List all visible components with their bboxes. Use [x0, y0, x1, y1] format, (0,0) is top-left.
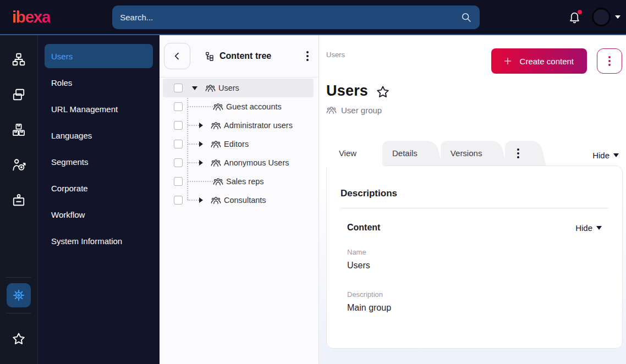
- main-content: Users Create content Users User grou: [319, 35, 626, 364]
- sidebar-item-workflow[interactable]: Workflow: [45, 202, 153, 227]
- content-tree-header: Content tree: [160, 35, 319, 77]
- sidebar-item-label: System Information: [51, 236, 122, 246]
- tree-item-users[interactable]: Users: [163, 79, 314, 97]
- primary-icon-rail: [0, 35, 38, 364]
- expand-caret-icon[interactable]: [199, 141, 203, 147]
- tab-bar: View Details Versions Hide: [326, 141, 622, 166]
- personalization-icon[interactable]: [1, 147, 36, 183]
- tree-item-consultants[interactable]: Consultants: [160, 191, 319, 209]
- field-value-name: Users: [341, 261, 608, 271]
- chevron-down-icon: [596, 226, 602, 230]
- sidebar-item-roles[interactable]: Roles: [45, 70, 153, 95]
- user-group-icon: [211, 158, 221, 168]
- kebab-icon: [515, 146, 521, 161]
- tree-connector: [188, 162, 199, 163]
- content-structure-icon[interactable]: [1, 42, 36, 77]
- tree-connector: [188, 125, 199, 126]
- sidebar-item-segments[interactable]: Segments: [45, 150, 153, 174]
- tree-item-label[interactable]: Guest accounts: [226, 102, 282, 111]
- bookmark-star-icon[interactable]: [376, 85, 390, 99]
- collapse-caret-icon[interactable]: [192, 86, 197, 90]
- content-tree-panel: Content tree Users Guest acc: [160, 35, 319, 364]
- hide-sections-toggle[interactable]: Hide: [592, 151, 619, 166]
- hide-label: Hide: [575, 223, 592, 233]
- tree-checkbox[interactable]: [174, 102, 183, 111]
- expand-caret-icon[interactable]: [199, 123, 203, 128]
- descriptions-heading: Descriptions: [341, 188, 608, 199]
- user-group-icon: [211, 120, 221, 131]
- field-label-name: Name: [341, 248, 608, 256]
- sidebar-item-label: Segments: [51, 157, 89, 167]
- tree-item-guest-accounts[interactable]: Guest accounts: [160, 97, 319, 116]
- pages-icon[interactable]: [1, 77, 36, 112]
- tree-item-administrator-users[interactable]: Administrator users: [160, 116, 319, 135]
- sidebar-item-users[interactable]: Users: [45, 44, 153, 68]
- settings-gear-icon[interactable]: [7, 283, 31, 307]
- tab-details[interactable]: Details: [382, 141, 437, 166]
- bookmarks-star-icon[interactable]: [1, 321, 36, 356]
- app-window: ibexa: [0, 0, 626, 364]
- sidebar-item-corporate[interactable]: Corporate: [45, 176, 153, 200]
- tree-item-anonymous-users[interactable]: Anonymous Users: [160, 153, 319, 172]
- collapse-tree-button[interactable]: [164, 43, 190, 69]
- tree-item-editors[interactable]: Editors: [160, 135, 319, 153]
- tab-versions[interactable]: Versions: [441, 141, 502, 166]
- notifications-bell-icon[interactable]: [568, 11, 581, 24]
- search-icon[interactable]: [460, 12, 472, 23]
- user-avatar[interactable]: [592, 8, 611, 26]
- expand-caret-icon[interactable]: [199, 160, 203, 166]
- content-tree-icon: [205, 51, 215, 62]
- notification-badge: [578, 10, 582, 14]
- tree-connector: [188, 144, 199, 145]
- content-group-heading: Content: [347, 223, 380, 233]
- tree-options-kebab-icon[interactable]: [304, 49, 311, 63]
- create-content-label: Create content: [520, 57, 574, 66]
- user-group-icon: [213, 177, 223, 187]
- field-label-description: Description: [341, 290, 608, 299]
- content-tree-body: Users Guest accounts Administrator users: [160, 78, 319, 209]
- sidebar-item-label: Roles: [51, 78, 72, 87]
- sidebar-item-system-information[interactable]: System Information: [45, 229, 153, 253]
- tab-label: Versions: [451, 148, 482, 158]
- search-input[interactable]: [112, 5, 480, 29]
- breadcrumb[interactable]: Users: [326, 51, 345, 59]
- tree-item-sales-reps[interactable]: Sales reps: [160, 172, 319, 191]
- expand-caret-icon[interactable]: [199, 197, 203, 203]
- admin-badge-icon[interactable]: [1, 183, 36, 218]
- sidebar-item-label: Languages: [51, 131, 92, 140]
- section-divider: [341, 208, 608, 208]
- tab-view[interactable]: View: [326, 141, 379, 166]
- user-group-icon: [213, 102, 223, 112]
- tab-label: View: [339, 148, 356, 158]
- products-icon[interactable]: [1, 112, 36, 147]
- tree-item-label[interactable]: Consultants: [224, 196, 266, 205]
- sidebar-item-label: Users: [51, 52, 73, 61]
- tab-more-kebab[interactable]: [505, 141, 541, 166]
- page-options-kebab-button[interactable]: [597, 48, 622, 74]
- sidebar-item-url-management[interactable]: URL Management: [45, 97, 153, 121]
- hide-content-toggle[interactable]: Hide: [575, 223, 602, 233]
- tree-item-label[interactable]: Editors: [224, 140, 249, 148]
- tab-label: Details: [392, 148, 418, 158]
- tree-checkbox[interactable]: [174, 158, 183, 167]
- tree-item-label[interactable]: Users: [218, 84, 239, 92]
- user-menu-chevron-down-icon[interactable]: [615, 15, 620, 19]
- tree-checkbox[interactable]: [174, 140, 183, 148]
- tree-item-label[interactable]: Administrator users: [224, 121, 293, 130]
- tree-item-label[interactable]: Anonymous Users: [224, 158, 289, 167]
- sidebar-item-label: Workflow: [51, 210, 85, 219]
- create-content-button[interactable]: Create content: [491, 48, 587, 74]
- hide-label: Hide: [592, 151, 609, 160]
- plus-icon: [502, 56, 513, 67]
- view-tab-panel: Descriptions Content Hide Name Users Des…: [326, 166, 623, 349]
- tree-checkbox[interactable]: [174, 121, 183, 130]
- user-group-icon: [211, 195, 221, 206]
- tree-checkbox[interactable]: [174, 84, 183, 92]
- sidebar-item-languages[interactable]: Languages: [45, 123, 153, 147]
- chevron-down-icon: [613, 153, 619, 157]
- tree-checkbox[interactable]: [174, 196, 183, 205]
- ibexa-logo[interactable]: ibexa: [12, 9, 50, 25]
- tree-checkbox[interactable]: [174, 177, 183, 186]
- tree-item-label[interactable]: Sales reps: [226, 177, 264, 186]
- content-tree-title: Content tree: [219, 51, 271, 61]
